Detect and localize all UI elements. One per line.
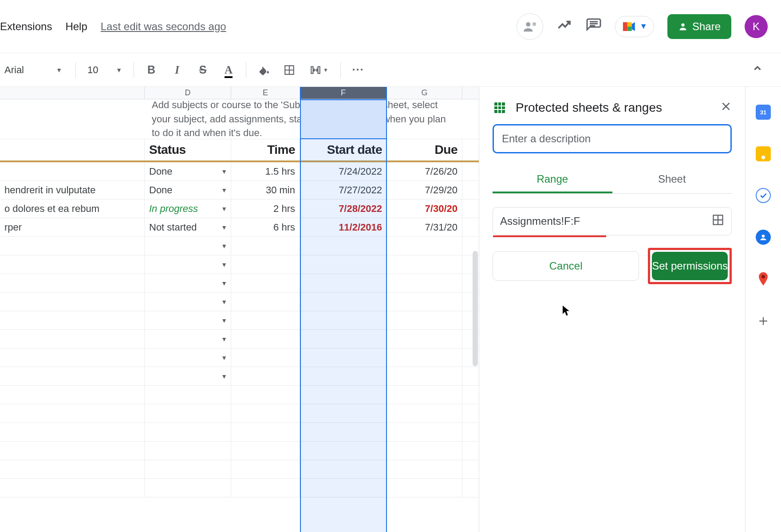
header-status[interactable]: Status bbox=[145, 139, 231, 160]
status-cell[interactable] bbox=[145, 442, 231, 460]
font-size-select[interactable]: 10 ▼ bbox=[85, 61, 125, 79]
spreadsheet[interactable]: D E F G Add subjects or course to the 'S… bbox=[0, 87, 479, 532]
status-cell[interactable]: ▼ bbox=[145, 274, 231, 292]
due-cell[interactable]: 7/31/20 bbox=[387, 218, 462, 236]
col-header-d[interactable]: D bbox=[145, 87, 231, 99]
start-cell[interactable]: 7/27/2022 bbox=[300, 181, 387, 199]
cell[interactable] bbox=[231, 348, 300, 367]
cell[interactable] bbox=[0, 423, 145, 441]
cell[interactable] bbox=[231, 404, 300, 422]
tab-range[interactable]: Range bbox=[493, 167, 612, 193]
bold-button[interactable]: B bbox=[143, 62, 160, 78]
cell[interactable] bbox=[231, 274, 300, 292]
status-cell[interactable]: Done▼ bbox=[145, 181, 231, 199]
trend-icon[interactable] bbox=[556, 17, 572, 36]
merge-cells-button[interactable]: ▼ bbox=[307, 62, 331, 78]
menu-extensions[interactable]: Extensions bbox=[0, 20, 52, 33]
cell[interactable] bbox=[231, 237, 300, 255]
cell[interactable] bbox=[387, 386, 462, 404]
status-cell[interactable] bbox=[145, 479, 231, 497]
status-cell[interactable]: Done▼ bbox=[145, 162, 231, 180]
add-button[interactable]: ＋ bbox=[756, 313, 771, 328]
select-range-icon[interactable] bbox=[712, 214, 724, 229]
range-input[interactable]: Assignments!F:F bbox=[493, 207, 732, 235]
cell[interactable] bbox=[0, 293, 145, 311]
instruction-cell[interactable]: Add subjects or course to the 'Subjects'… bbox=[145, 99, 462, 139]
menu-help[interactable]: Help bbox=[65, 20, 87, 33]
status-cell[interactable]: ▼ bbox=[145, 237, 231, 255]
col-header-c[interactable] bbox=[0, 87, 145, 99]
cell[interactable] bbox=[300, 442, 387, 460]
cell[interactable] bbox=[300, 386, 387, 404]
cell[interactable] bbox=[0, 311, 145, 329]
cell[interactable] bbox=[300, 348, 387, 367]
status-cell[interactable] bbox=[145, 404, 231, 422]
cell[interactable] bbox=[231, 367, 300, 385]
start-cell[interactable]: 7/24/2022 bbox=[300, 162, 387, 180]
collapse-toolbar-button[interactable] bbox=[752, 63, 772, 77]
keep-icon[interactable] bbox=[756, 146, 771, 161]
cell[interactable] bbox=[300, 460, 387, 478]
cell[interactable] bbox=[231, 330, 300, 348]
cell[interactable] bbox=[300, 423, 387, 441]
tab-sheet[interactable]: Sheet bbox=[612, 167, 732, 193]
cell[interactable] bbox=[387, 330, 462, 348]
cell[interactable] bbox=[300, 479, 387, 497]
cell[interactable] bbox=[387, 442, 462, 460]
cell[interactable] bbox=[231, 293, 300, 311]
header-due[interactable]: Due bbox=[387, 139, 462, 160]
cell[interactable] bbox=[387, 237, 462, 255]
person-off-icon[interactable] bbox=[517, 13, 543, 40]
cancel-button[interactable]: Cancel bbox=[493, 251, 639, 281]
cell[interactable] bbox=[387, 423, 462, 441]
start-cell[interactable]: 7/28/2022 bbox=[300, 200, 387, 218]
col-header-e[interactable]: E bbox=[231, 87, 300, 99]
borders-button[interactable] bbox=[281, 62, 298, 78]
cell[interactable] bbox=[387, 311, 462, 329]
cell[interactable] bbox=[231, 460, 300, 478]
cell[interactable] bbox=[0, 442, 145, 460]
cell[interactable] bbox=[0, 274, 145, 292]
cell[interactable] bbox=[231, 423, 300, 441]
col-header-g[interactable]: G bbox=[387, 87, 462, 99]
cell[interactable] bbox=[0, 386, 145, 404]
status-cell[interactable] bbox=[145, 423, 231, 441]
contacts-icon[interactable] bbox=[756, 230, 771, 245]
status-cell[interactable]: ▼ bbox=[145, 293, 231, 311]
scrollbar-vertical[interactable] bbox=[473, 251, 478, 366]
status-cell[interactable]: In progress▼ bbox=[145, 200, 231, 218]
cell[interactable]: rper bbox=[0, 218, 145, 236]
cell[interactable] bbox=[300, 237, 387, 255]
status-cell[interactable]: ▼ bbox=[145, 330, 231, 348]
cell[interactable] bbox=[0, 139, 145, 160]
cell[interactable] bbox=[231, 255, 300, 274]
cell[interactable]: o dolores et ea rebum bbox=[0, 200, 145, 218]
cell[interactable] bbox=[0, 330, 145, 348]
cell[interactable] bbox=[300, 367, 387, 385]
cell[interactable] bbox=[0, 404, 145, 422]
cell[interactable] bbox=[300, 404, 387, 422]
cell[interactable] bbox=[0, 460, 145, 478]
cell[interactable] bbox=[0, 162, 145, 180]
avatar[interactable]: K bbox=[745, 15, 768, 38]
calendar-icon[interactable] bbox=[756, 105, 771, 120]
font-select[interactable]: Arial ▼ bbox=[0, 61, 67, 79]
meet-button[interactable]: ▼ bbox=[615, 16, 654, 37]
header-start[interactable]: Start date bbox=[300, 139, 387, 160]
cell[interactable] bbox=[387, 367, 462, 385]
fill-color-button[interactable] bbox=[255, 62, 272, 78]
time-cell[interactable]: 30 min bbox=[231, 181, 300, 199]
time-cell[interactable]: 2 hrs bbox=[231, 200, 300, 218]
status-cell[interactable] bbox=[145, 386, 231, 404]
time-cell[interactable]: 1.5 hrs bbox=[231, 162, 300, 180]
cell[interactable] bbox=[0, 255, 145, 274]
comments-icon[interactable] bbox=[586, 18, 602, 35]
share-button[interactable]: Share bbox=[667, 14, 731, 39]
due-cell[interactable]: 7/26/20 bbox=[387, 162, 462, 180]
status-cell[interactable]: ▼ bbox=[145, 311, 231, 329]
time-cell[interactable]: 6 hrs bbox=[231, 218, 300, 236]
close-button[interactable] bbox=[720, 100, 732, 115]
cell[interactable] bbox=[387, 479, 462, 497]
status-cell[interactable]: Not started▼ bbox=[145, 218, 231, 236]
description-input[interactable] bbox=[493, 124, 732, 153]
